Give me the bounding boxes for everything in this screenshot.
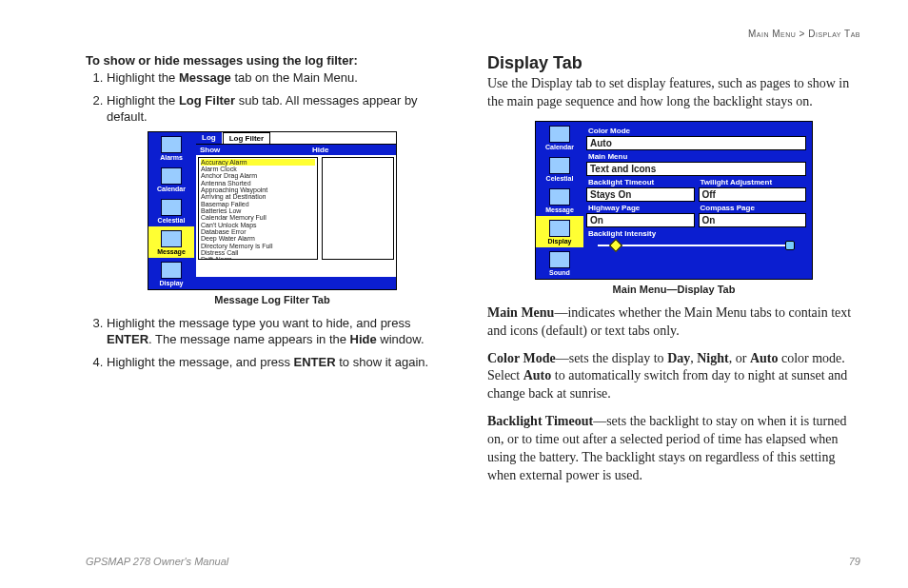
label-highway: Highway Page xyxy=(588,204,695,212)
list-item[interactable]: Alarm Clock xyxy=(201,166,315,172)
screenshot-log-filter: Alarms Calendar Celestial Message Displa… xyxy=(148,131,397,290)
sound-icon xyxy=(549,251,570,268)
list-item[interactable]: Accuracy Alarm xyxy=(201,159,315,166)
para-main-menu: Main Menu—indicates whether the Main Men… xyxy=(487,304,860,341)
list-item[interactable]: Antenna Shorted xyxy=(201,180,315,186)
shot2-sidebar: Calendar Celestial Message Display Sound xyxy=(536,122,583,279)
col-header-hide: Hide xyxy=(308,145,396,155)
label-intensity: Backlight Intensity xyxy=(588,229,806,238)
celestial-icon xyxy=(549,157,570,174)
sidebar-item-calendar[interactable]: Calendar xyxy=(148,164,194,195)
calendar-icon xyxy=(161,167,182,185)
list-item[interactable]: Directory Memory is Full xyxy=(201,243,315,249)
para-backlight: Backlight Timeout—sets the backlight to … xyxy=(487,413,860,485)
field-twilight[interactable]: Off xyxy=(699,187,807,202)
right-column: Display Tab Use the Display tab to set d… xyxy=(487,53,860,495)
caption-shot2: Main Menu—Display Tab xyxy=(487,284,860,295)
list-item[interactable]: Deep Water Alarm xyxy=(201,235,315,242)
celestial-icon xyxy=(161,199,182,216)
sidebar-item-display[interactable]: Display xyxy=(148,258,194,289)
label-twilight: Twilight Adjustment xyxy=(701,178,807,186)
message-icon xyxy=(161,230,182,247)
intro-paragraph: Use the Display tab to set display featu… xyxy=(487,75,860,111)
section-title: Display Tab xyxy=(487,53,860,73)
procedure-heading: To show or hide messages using the log f… xyxy=(86,53,459,68)
screenshot-display-tab: Calendar Celestial Message Display Sound… xyxy=(535,121,813,280)
display-icon xyxy=(549,220,570,237)
caption-shot1: Message Log Filter Tab xyxy=(86,294,459,305)
field-highway[interactable]: On xyxy=(586,213,695,227)
label-compass: Compass Page xyxy=(701,204,807,212)
field-main-menu[interactable]: Text and Icons xyxy=(586,162,806,176)
backlight-intensity-slider[interactable] xyxy=(586,239,806,252)
step-3: Highlight the message type you want to h… xyxy=(107,315,459,348)
label-backlight-timeout: Backlight Timeout xyxy=(588,178,695,186)
field-backlight-timeout[interactable]: Stays On xyxy=(586,187,695,202)
field-compass[interactable]: On xyxy=(699,213,807,227)
left-column: To show or hide messages using the log f… xyxy=(86,53,459,495)
label-main-menu: Main Menu xyxy=(588,152,806,161)
label-color-mode: Color Mode xyxy=(588,127,806,135)
sidebar-item-message[interactable]: Message xyxy=(536,185,583,216)
sidebar-item-sound[interactable]: Sound xyxy=(536,247,583,279)
step-1: Highlight the Message tab on the Main Me… xyxy=(107,69,459,87)
sidebar-item-display[interactable]: Display xyxy=(536,216,583,247)
tab-log-filter[interactable]: Log Filter xyxy=(223,132,270,144)
alarm-icon xyxy=(161,136,182,153)
breadcrumb: Main Menu > Display Tab xyxy=(748,29,860,39)
list-item[interactable]: Anchor Drag Alarm xyxy=(201,172,315,179)
sidebar-item-celestial[interactable]: Celestial xyxy=(536,153,583,185)
step-4: Highlight the message, and press ENTER t… xyxy=(107,354,459,371)
breadcrumb-right: Display Tab xyxy=(808,29,860,39)
para-color-mode: Color Mode—sets the display to Day, Nigh… xyxy=(487,350,860,404)
hide-list[interactable] xyxy=(322,157,394,260)
list-item[interactable]: Batteries Low xyxy=(201,207,315,214)
list-item[interactable]: Drift Alarm xyxy=(201,256,315,259)
sidebar-item-message[interactable]: Message xyxy=(148,226,194,258)
sidebar-item-celestial[interactable]: Celestial xyxy=(148,195,194,226)
breadcrumb-sep: > xyxy=(799,29,805,39)
show-list[interactable]: Accuracy Alarm Alarm Clock Anchor Drag A… xyxy=(198,157,318,260)
slider-thumb-icon[interactable] xyxy=(609,239,622,252)
message-icon xyxy=(549,188,570,206)
sidebar-item-alarms[interactable]: Alarms xyxy=(148,132,194,164)
list-item[interactable]: Approaching Waypoint xyxy=(201,186,315,193)
breadcrumb-left: Main Menu xyxy=(748,29,796,39)
tab-log[interactable]: Log xyxy=(196,132,223,144)
page-footer: GPSMAP 278 Owner's Manual 79 xyxy=(86,556,860,567)
calendar-icon xyxy=(549,126,570,143)
field-color-mode[interactable]: Auto xyxy=(586,136,806,150)
list-item[interactable]: Calendar Memory Full xyxy=(201,214,315,221)
slider-end-icon xyxy=(785,241,795,250)
step-2: Highlight the Log Filter sub tab. All me… xyxy=(107,92,459,126)
list-item[interactable]: Can't Unlock Maps xyxy=(201,222,315,228)
list-item[interactable]: Arriving at Destination xyxy=(201,193,315,200)
display-icon xyxy=(161,262,182,279)
sidebar-item-calendar[interactable]: Calendar xyxy=(536,122,583,153)
list-item[interactable]: Database Error xyxy=(201,228,315,235)
list-item[interactable]: Distress Call xyxy=(201,249,315,256)
shot1-sidebar: Alarms Calendar Celestial Message Displa… xyxy=(148,132,194,289)
page-number: 79 xyxy=(849,556,860,567)
footer-title: GPSMAP 278 Owner's Manual xyxy=(86,556,228,567)
list-item[interactable]: Basemap Failed xyxy=(201,201,315,207)
col-header-show: Show xyxy=(196,145,308,155)
